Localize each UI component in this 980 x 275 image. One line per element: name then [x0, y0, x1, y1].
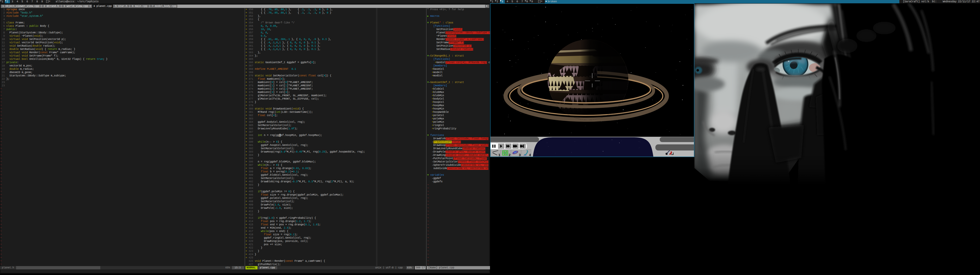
- svg-text:3: 3: [519, 153, 520, 156]
- svg-text:4: 4: [529, 153, 531, 156]
- svg-text:2: 2: [509, 153, 511, 156]
- svg-text:1: 1: [498, 153, 500, 156]
